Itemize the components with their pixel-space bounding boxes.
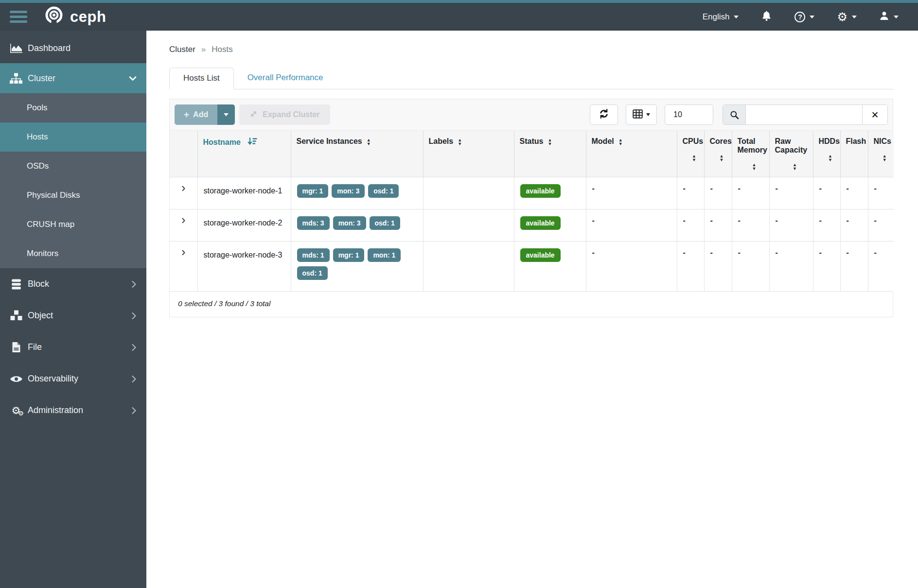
column-header-hdds[interactable]: HDDs▲▼	[813, 131, 840, 177]
tab-overall-performance[interactable]: Overall Performance	[234, 68, 337, 89]
status-cell: available	[514, 177, 586, 209]
raw-capacity-cell: -	[769, 177, 813, 209]
help-icon: ?	[794, 12, 805, 22]
cluster-submenu: Pools Hosts OSDs Physical Disks CRUSH ma…	[0, 93, 146, 268]
sort-icon: ▲▼	[714, 154, 730, 162]
expand-row-icon[interactable]: ›	[181, 214, 185, 226]
sort-icon: ▲▼	[779, 163, 811, 171]
sidebar-item-administration[interactable]: ⚙⚙ Administration	[0, 395, 146, 426]
column-header-labels[interactable]: Labels▲▼	[423, 131, 514, 177]
service-badge: mon: 3	[333, 216, 366, 230]
chevron-right-icon	[131, 280, 137, 288]
clear-icon: ✕	[871, 109, 879, 121]
sidebar-item-observability[interactable]: Observability	[0, 363, 146, 395]
expand-cluster-button[interactable]: Expand Cluster	[239, 104, 330, 125]
tab-hosts-list[interactable]: Hosts List	[169, 68, 234, 89]
cpus-cell: -	[677, 241, 704, 291]
sort-icon: ▲▼	[367, 138, 371, 146]
add-dropdown-toggle[interactable]	[217, 104, 235, 125]
sort-icon: ▲▼	[687, 154, 702, 162]
search-input[interactable]	[746, 105, 862, 124]
sidebar-item-hosts[interactable]: Hosts	[0, 122, 146, 152]
ceph-logo-icon	[43, 5, 65, 29]
help-dropdown[interactable]: ?	[794, 12, 814, 22]
sort-icon: ▲▼	[741, 163, 767, 171]
settings-dropdown[interactable]: ⚙	[837, 11, 857, 23]
model-cell: -	[586, 241, 677, 291]
raw-capacity-cell: -	[769, 241, 813, 291]
plus-icon: +	[184, 109, 189, 120]
sidebar-item-crush-map[interactable]: CRUSH map	[0, 210, 146, 239]
service-badge: osd: 1	[370, 216, 400, 230]
sidebar-item-label: Monitors	[27, 249, 58, 259]
expand-cluster-label: Expand Cluster	[263, 110, 319, 119]
column-visibility-dropdown[interactable]	[626, 104, 657, 125]
status-badge: available	[520, 184, 561, 198]
cpus-cell: -	[677, 209, 704, 241]
cogs-icon: ⚙⚙	[9, 405, 23, 415]
refresh-button[interactable]	[590, 104, 618, 125]
column-header-model[interactable]: Model▲▼	[586, 131, 677, 177]
column-header-hostname[interactable]: Hostname	[197, 131, 291, 177]
sidebar-item-cluster[interactable]: Cluster	[0, 63, 146, 93]
sidebar-item-label: Block	[28, 279, 49, 289]
cores-cell: -	[704, 241, 732, 291]
add-button[interactable]: + Add	[175, 104, 217, 125]
caret-down-icon	[810, 16, 814, 18]
chevron-right-icon	[131, 375, 137, 383]
expand-row-icon[interactable]: ›	[181, 182, 185, 194]
hostname-cell: storage-worker-node-3	[197, 241, 291, 291]
table-columns-icon	[633, 109, 643, 121]
sidebar-item-physical-disks[interactable]: Physical Disks	[0, 181, 146, 210]
sidebar-item-pools[interactable]: Pools	[0, 93, 146, 122]
sidebar-item-file[interactable]: File	[0, 331, 146, 363]
column-label: Status	[520, 137, 544, 145]
sidebar-item-object[interactable]: Object	[0, 300, 146, 331]
hdds-cell: -	[813, 241, 840, 291]
gear-icon: ⚙	[837, 11, 847, 23]
sidebar-item-osds[interactable]: OSDs	[0, 152, 146, 181]
table-row[interactable]: › storage-worker-node-3 mds: 1mgr: 1mon:…	[170, 241, 894, 291]
notifications-button[interactable]	[761, 10, 772, 24]
user-dropdown[interactable]	[879, 11, 899, 23]
labels-cell	[423, 241, 514, 291]
sidebar-item-block[interactable]: Block	[0, 268, 146, 300]
clear-search-button[interactable]: ✕	[862, 105, 887, 124]
column-label: Hostname	[203, 138, 241, 146]
hamburger-menu-icon[interactable]	[10, 11, 27, 23]
column-header-raw-capacity[interactable]: Raw Capacity▲▼	[769, 131, 813, 177]
column-header-flash[interactable]: Flash	[840, 131, 868, 177]
cores-cell: -	[704, 209, 732, 241]
table-toolbar: + Add Expand Cluster	[170, 99, 893, 131]
hostname-cell: storage-worker-node-2	[197, 209, 291, 241]
sidebar-item-label: Administration	[28, 405, 83, 415]
services-cell: mgr: 1mon: 3osd: 1	[291, 177, 423, 209]
table-row[interactable]: › storage-worker-node-1 mgr: 1mon: 3osd:…	[170, 177, 894, 209]
column-header-nics[interactable]: NICs▲▼	[868, 131, 894, 177]
column-header-cores[interactable]: Cores▲▼	[704, 131, 732, 177]
ceph-logo[interactable]: ceph	[43, 5, 106, 29]
column-header-total-memory[interactable]: Total Memory▲▼	[732, 131, 769, 177]
column-header-status[interactable]: Status▲▼	[514, 131, 586, 177]
expand-row-icon[interactable]: ›	[181, 246, 185, 258]
sidebar-item-dashboard[interactable]: Dashboard	[0, 33, 146, 63]
column-header-cpus[interactable]: CPUs▲▼	[677, 131, 704, 177]
sidebar-item-monitors[interactable]: Monitors	[0, 239, 146, 268]
sort-icon: ▲▼	[823, 154, 838, 162]
service-badge: osd: 1	[297, 266, 328, 280]
service-badge: mon: 1	[368, 248, 401, 262]
table-row[interactable]: › storage-worker-node-2 mds: 3mon: 3osd:…	[170, 209, 894, 241]
language-dropdown[interactable]: English	[703, 12, 739, 22]
add-split-button: + Add	[175, 104, 235, 125]
breadcrumb-section[interactable]: Cluster	[169, 45, 195, 54]
chevron-right-icon	[131, 312, 137, 320]
nics-cell: -	[868, 241, 894, 291]
sidebar-item-label: CRUSH map	[27, 220, 74, 229]
language-label: English	[703, 12, 730, 22]
table-header-row: Hostname Service Instances▲▼	[170, 131, 894, 177]
service-badge: mgr: 1	[297, 184, 329, 198]
column-header-service-instances[interactable]: Service Instances▲▼	[291, 131, 423, 177]
total-memory-cell: -	[732, 177, 769, 209]
page-size-input[interactable]	[665, 104, 713, 125]
raw-capacity-cell: -	[769, 209, 813, 241]
